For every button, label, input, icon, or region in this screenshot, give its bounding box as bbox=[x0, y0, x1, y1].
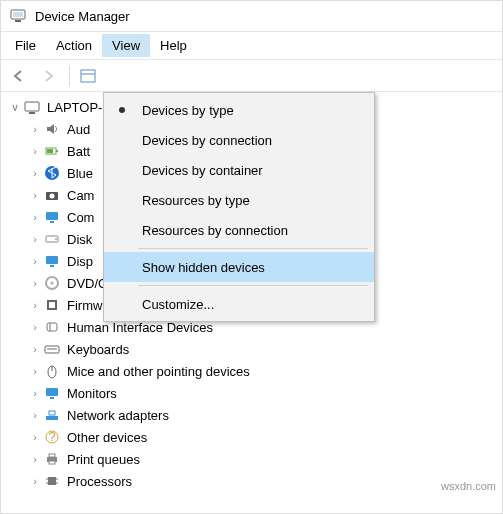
hid-icon bbox=[43, 319, 61, 335]
tree-panel: ∨ LAPTOP- ›Aud›Batt›Blue›Cam›Com›Disk›Di… bbox=[1, 92, 502, 496]
other-icon: ? bbox=[43, 429, 61, 445]
expand-icon[interactable]: › bbox=[29, 343, 41, 355]
svg-rect-23 bbox=[47, 323, 57, 331]
tree-node[interactable]: ›Processors bbox=[29, 470, 502, 492]
svg-rect-22 bbox=[49, 302, 55, 308]
tree-node[interactable]: ›?Other devices bbox=[29, 426, 502, 448]
expand-icon[interactable]: › bbox=[29, 211, 41, 223]
view-dropdown: Devices by typeDevices by connectionDevi… bbox=[103, 92, 375, 322]
menu-label: Resources by type bbox=[136, 193, 250, 208]
firmware-icon bbox=[43, 297, 61, 313]
svg-rect-14 bbox=[50, 221, 54, 223]
svg-rect-37 bbox=[49, 461, 55, 464]
expand-icon[interactable]: › bbox=[29, 475, 41, 487]
toolbar-button[interactable] bbox=[74, 63, 102, 89]
svg-rect-36 bbox=[49, 454, 55, 457]
dvd-icon bbox=[43, 275, 61, 291]
computer-icon bbox=[23, 99, 41, 115]
menu-label: Show hidden devices bbox=[136, 260, 265, 275]
tree-node-label: Blue bbox=[67, 166, 93, 181]
expand-icon[interactable]: › bbox=[29, 233, 41, 245]
menu-customize[interactable]: Customize... bbox=[104, 289, 374, 319]
menu-devices-by-type[interactable]: Devices by type bbox=[104, 95, 374, 125]
svg-point-12 bbox=[50, 194, 55, 199]
menu-bar: File Action View Help bbox=[1, 32, 502, 60]
tree-node-label: Batt bbox=[67, 144, 90, 159]
menu-action[interactable]: Action bbox=[46, 34, 102, 57]
menu-label: Devices by container bbox=[136, 163, 263, 178]
svg-rect-6 bbox=[29, 112, 35, 114]
toolbar bbox=[1, 60, 502, 92]
tree-node[interactable]: ›Mice and other pointing devices bbox=[29, 360, 502, 382]
disk-icon bbox=[43, 231, 61, 247]
menu-devices-by-container[interactable]: Devices by container bbox=[104, 155, 374, 185]
expand-icon[interactable]: › bbox=[29, 409, 41, 421]
forward-button[interactable] bbox=[35, 63, 63, 89]
menu-resources-by-type[interactable]: Resources by type bbox=[104, 185, 374, 215]
tree-node-label: Keyboards bbox=[67, 342, 129, 357]
svg-text:?: ? bbox=[48, 429, 55, 444]
menu-label: Customize... bbox=[136, 297, 214, 312]
svg-rect-38 bbox=[48, 477, 56, 485]
svg-rect-17 bbox=[46, 256, 58, 264]
expand-icon[interactable]: › bbox=[29, 299, 41, 311]
svg-rect-18 bbox=[50, 265, 54, 267]
svg-point-16 bbox=[55, 238, 57, 240]
expand-icon[interactable]: › bbox=[29, 255, 41, 267]
menu-show-hidden-devices[interactable]: Show hidden devices bbox=[104, 252, 374, 282]
tree-node-label: Com bbox=[67, 210, 94, 225]
svg-rect-32 bbox=[49, 411, 55, 415]
tree-node-label: Mice and other pointing devices bbox=[67, 364, 250, 379]
title-bar: Device Manager bbox=[1, 1, 502, 32]
expand-icon[interactable]: › bbox=[29, 387, 41, 399]
svg-rect-5 bbox=[25, 102, 39, 111]
tree-root-label: LAPTOP- bbox=[47, 100, 102, 115]
mouse-icon bbox=[43, 363, 61, 379]
menu-file[interactable]: File bbox=[5, 34, 46, 57]
svg-rect-9 bbox=[47, 149, 53, 153]
watermark: wsxdn.com bbox=[441, 480, 496, 492]
expand-icon[interactable]: › bbox=[29, 123, 41, 135]
tree-node-label: Other devices bbox=[67, 430, 147, 445]
expand-icon[interactable]: › bbox=[29, 189, 41, 201]
expand-icon[interactable]: › bbox=[29, 145, 41, 157]
window-title: Device Manager bbox=[35, 9, 130, 24]
tree-node[interactable]: ›Print queues bbox=[29, 448, 502, 470]
svg-rect-30 bbox=[50, 397, 54, 399]
tree-node-label: Processors bbox=[67, 474, 132, 489]
menu-label: Devices by connection bbox=[136, 133, 272, 148]
menu-devices-by-connection[interactable]: Devices by connection bbox=[104, 125, 374, 155]
computer-icon bbox=[43, 209, 61, 225]
tree-node[interactable]: ›Keyboards bbox=[29, 338, 502, 360]
collapse-icon[interactable]: ∨ bbox=[9, 101, 21, 114]
svg-rect-8 bbox=[56, 150, 58, 152]
svg-rect-3 bbox=[81, 70, 95, 82]
dropdown-separator bbox=[138, 285, 368, 286]
svg-rect-29 bbox=[46, 388, 58, 396]
tree-node[interactable]: ›Network adapters bbox=[29, 404, 502, 426]
network-icon bbox=[43, 407, 61, 423]
menu-help[interactable]: Help bbox=[150, 34, 197, 57]
expand-icon[interactable]: › bbox=[29, 453, 41, 465]
expand-icon[interactable]: › bbox=[29, 431, 41, 443]
tree-node-label: Print queues bbox=[67, 452, 140, 467]
svg-rect-1 bbox=[13, 12, 23, 17]
menu-view[interactable]: View bbox=[102, 34, 150, 57]
expand-icon[interactable]: › bbox=[29, 321, 41, 333]
expand-icon[interactable]: › bbox=[29, 277, 41, 289]
tree-node-label: Disp bbox=[67, 254, 93, 269]
radio-selected-icon bbox=[119, 107, 125, 113]
menu-resources-by-connection[interactable]: Resources by connection bbox=[104, 215, 374, 245]
expand-icon[interactable]: › bbox=[29, 365, 41, 377]
menu-gutter bbox=[108, 107, 136, 113]
display-icon bbox=[43, 253, 61, 269]
menu-label: Resources by connection bbox=[136, 223, 288, 238]
camera-icon bbox=[43, 187, 61, 203]
audio-icon bbox=[43, 121, 61, 137]
menu-label: Devices by type bbox=[136, 103, 234, 118]
tree-node[interactable]: ›Monitors bbox=[29, 382, 502, 404]
expand-icon[interactable]: › bbox=[29, 167, 41, 179]
processor-icon bbox=[43, 473, 61, 489]
back-button[interactable] bbox=[5, 63, 33, 89]
dropdown-separator bbox=[138, 248, 368, 249]
